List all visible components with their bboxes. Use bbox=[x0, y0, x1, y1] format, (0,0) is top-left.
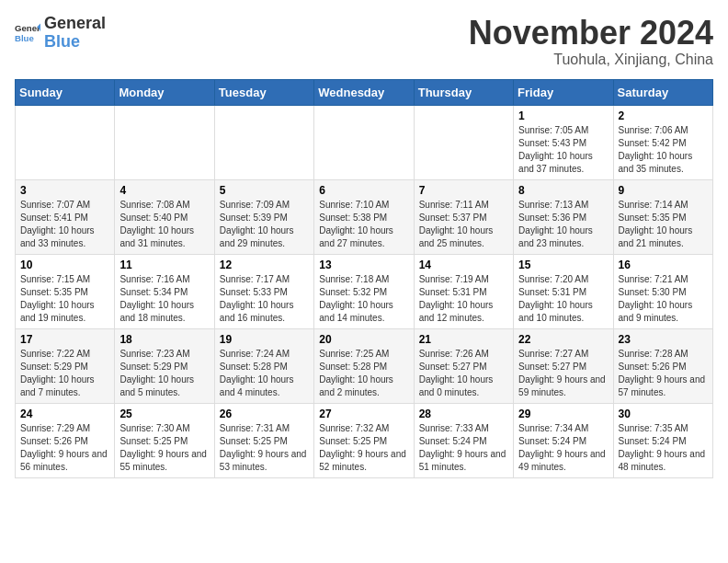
calendar-header-wednesday: Wednesday bbox=[314, 79, 414, 105]
calendar-cell bbox=[414, 105, 513, 179]
calendar-cell: 15Sunrise: 7:20 AM Sunset: 5:31 PM Dayli… bbox=[514, 254, 613, 328]
day-info: Sunrise: 7:13 AM Sunset: 5:36 PM Dayligh… bbox=[518, 199, 608, 250]
calendar-cell: 23Sunrise: 7:28 AM Sunset: 5:26 PM Dayli… bbox=[613, 328, 712, 403]
calendar-cell: 6Sunrise: 7:10 AM Sunset: 5:38 PM Daylig… bbox=[314, 179, 414, 254]
day-info: Sunrise: 7:34 AM Sunset: 5:24 PM Dayligh… bbox=[518, 422, 608, 474]
day-number: 18 bbox=[119, 333, 209, 346]
logo: General Blue General Blue bbox=[15, 15, 106, 52]
day-info: Sunrise: 7:18 AM Sunset: 5:32 PM Dayligh… bbox=[319, 273, 408, 325]
day-number: 15 bbox=[518, 259, 608, 271]
day-info: Sunrise: 7:05 AM Sunset: 5:43 PM Dayligh… bbox=[518, 124, 608, 176]
calendar-cell: 16Sunrise: 7:21 AM Sunset: 5:30 PM Dayli… bbox=[613, 254, 712, 328]
calendar-cell bbox=[115, 105, 214, 179]
day-number: 5 bbox=[220, 184, 309, 197]
day-number: 22 bbox=[518, 333, 608, 346]
day-number: 29 bbox=[518, 408, 608, 420]
calendar-header-row: SundayMondayTuesdayWednesdayThursdayFrid… bbox=[16, 79, 713, 105]
day-number: 12 bbox=[220, 259, 309, 271]
day-info: Sunrise: 7:11 AM Sunset: 5:37 PM Dayligh… bbox=[419, 199, 508, 250]
day-number: 9 bbox=[619, 184, 708, 197]
calendar-cell: 2Sunrise: 7:06 AM Sunset: 5:42 PM Daylig… bbox=[613, 105, 712, 179]
day-number: 16 bbox=[619, 259, 708, 271]
day-info: Sunrise: 7:20 AM Sunset: 5:31 PM Dayligh… bbox=[518, 273, 608, 325]
day-number: 19 bbox=[220, 333, 309, 346]
day-info: Sunrise: 7:07 AM Sunset: 5:41 PM Dayligh… bbox=[20, 199, 109, 250]
calendar-header-saturday: Saturday bbox=[613, 79, 712, 105]
day-info: Sunrise: 7:30 AM Sunset: 5:25 PM Dayligh… bbox=[119, 422, 209, 474]
calendar-cell: 18Sunrise: 7:23 AM Sunset: 5:29 PM Dayli… bbox=[115, 328, 214, 403]
day-info: Sunrise: 7:26 AM Sunset: 5:27 PM Dayligh… bbox=[419, 348, 508, 399]
calendar-header-tuesday: Tuesday bbox=[214, 79, 313, 105]
calendar-cell: 30Sunrise: 7:35 AM Sunset: 5:24 PM Dayli… bbox=[613, 403, 712, 477]
calendar-cell bbox=[314, 105, 414, 179]
day-number: 1 bbox=[518, 109, 608, 122]
calendar-header-monday: Monday bbox=[115, 79, 214, 105]
day-info: Sunrise: 7:14 AM Sunset: 5:35 PM Dayligh… bbox=[619, 199, 708, 250]
day-info: Sunrise: 7:22 AM Sunset: 5:29 PM Dayligh… bbox=[20, 348, 109, 399]
day-number: 11 bbox=[119, 259, 209, 271]
calendar-cell: 8Sunrise: 7:13 AM Sunset: 5:36 PM Daylig… bbox=[514, 179, 613, 254]
day-info: Sunrise: 7:25 AM Sunset: 5:28 PM Dayligh… bbox=[319, 348, 408, 399]
calendar-week-0: 1Sunrise: 7:05 AM Sunset: 5:43 PM Daylig… bbox=[16, 105, 713, 179]
svg-text:Blue: Blue bbox=[15, 33, 34, 43]
day-info: Sunrise: 7:21 AM Sunset: 5:30 PM Dayligh… bbox=[619, 273, 708, 325]
calendar-cell bbox=[16, 105, 115, 179]
day-info: Sunrise: 7:31 AM Sunset: 5:25 PM Dayligh… bbox=[220, 422, 309, 474]
calendar-cell: 29Sunrise: 7:34 AM Sunset: 5:24 PM Dayli… bbox=[514, 403, 613, 477]
page-header: General Blue General Blue November 2024 … bbox=[15, 15, 713, 68]
day-number: 4 bbox=[119, 184, 209, 197]
calendar-cell: 20Sunrise: 7:25 AM Sunset: 5:28 PM Dayli… bbox=[314, 328, 414, 403]
day-number: 24 bbox=[20, 408, 109, 420]
calendar-cell bbox=[214, 105, 313, 179]
day-number: 3 bbox=[20, 184, 109, 197]
day-info: Sunrise: 7:35 AM Sunset: 5:24 PM Dayligh… bbox=[619, 422, 708, 474]
calendar-week-1: 3Sunrise: 7:07 AM Sunset: 5:41 PM Daylig… bbox=[16, 179, 713, 254]
day-number: 30 bbox=[619, 408, 708, 420]
day-info: Sunrise: 7:06 AM Sunset: 5:42 PM Dayligh… bbox=[619, 124, 708, 176]
day-number: 10 bbox=[20, 259, 109, 271]
day-number: 6 bbox=[319, 184, 408, 197]
calendar-cell: 27Sunrise: 7:32 AM Sunset: 5:25 PM Dayli… bbox=[314, 403, 414, 477]
calendar-table: SundayMondayTuesdayWednesdayThursdayFrid… bbox=[15, 79, 713, 478]
day-info: Sunrise: 7:16 AM Sunset: 5:34 PM Dayligh… bbox=[119, 273, 209, 325]
day-info: Sunrise: 7:10 AM Sunset: 5:38 PM Dayligh… bbox=[319, 199, 408, 250]
calendar-cell: 11Sunrise: 7:16 AM Sunset: 5:34 PM Dayli… bbox=[115, 254, 214, 328]
calendar-cell: 12Sunrise: 7:17 AM Sunset: 5:33 PM Dayli… bbox=[214, 254, 313, 328]
month-title: November 2024 bbox=[469, 15, 713, 52]
day-number: 28 bbox=[419, 408, 508, 420]
day-number: 20 bbox=[319, 333, 408, 346]
location: Tuohula, Xinjiang, China bbox=[469, 52, 713, 68]
day-info: Sunrise: 7:17 AM Sunset: 5:33 PM Dayligh… bbox=[220, 273, 309, 325]
day-info: Sunrise: 7:08 AM Sunset: 5:40 PM Dayligh… bbox=[119, 199, 209, 250]
title-block: November 2024 Tuohula, Xinjiang, China bbox=[469, 15, 713, 68]
logo-text: General Blue bbox=[44, 15, 106, 52]
day-number: 2 bbox=[619, 109, 708, 122]
day-number: 23 bbox=[619, 333, 708, 346]
day-number: 21 bbox=[419, 333, 508, 346]
calendar-cell: 17Sunrise: 7:22 AM Sunset: 5:29 PM Dayli… bbox=[16, 328, 115, 403]
day-info: Sunrise: 7:33 AM Sunset: 5:24 PM Dayligh… bbox=[419, 422, 508, 474]
day-info: Sunrise: 7:32 AM Sunset: 5:25 PM Dayligh… bbox=[319, 422, 408, 474]
day-number: 25 bbox=[119, 408, 209, 420]
day-number: 7 bbox=[419, 184, 508, 197]
calendar-header-thursday: Thursday bbox=[414, 79, 513, 105]
day-number: 26 bbox=[220, 408, 309, 420]
calendar-cell: 26Sunrise: 7:31 AM Sunset: 5:25 PM Dayli… bbox=[214, 403, 313, 477]
calendar-week-3: 17Sunrise: 7:22 AM Sunset: 5:29 PM Dayli… bbox=[16, 328, 713, 403]
day-number: 27 bbox=[319, 408, 408, 420]
calendar-week-4: 24Sunrise: 7:29 AM Sunset: 5:26 PM Dayli… bbox=[16, 403, 713, 477]
calendar-cell: 9Sunrise: 7:14 AM Sunset: 5:35 PM Daylig… bbox=[613, 179, 712, 254]
calendar-week-2: 10Sunrise: 7:15 AM Sunset: 5:35 PM Dayli… bbox=[16, 254, 713, 328]
day-info: Sunrise: 7:24 AM Sunset: 5:28 PM Dayligh… bbox=[220, 348, 309, 399]
calendar-cell: 21Sunrise: 7:26 AM Sunset: 5:27 PM Dayli… bbox=[414, 328, 513, 403]
calendar-header-friday: Friday bbox=[514, 79, 613, 105]
calendar-header-sunday: Sunday bbox=[16, 79, 115, 105]
day-info: Sunrise: 7:23 AM Sunset: 5:29 PM Dayligh… bbox=[119, 348, 209, 399]
day-number: 14 bbox=[419, 259, 508, 271]
svg-text:General: General bbox=[15, 23, 40, 33]
calendar-cell: 3Sunrise: 7:07 AM Sunset: 5:41 PM Daylig… bbox=[16, 179, 115, 254]
calendar-cell: 10Sunrise: 7:15 AM Sunset: 5:35 PM Dayli… bbox=[16, 254, 115, 328]
calendar-cell: 1Sunrise: 7:05 AM Sunset: 5:43 PM Daylig… bbox=[514, 105, 613, 179]
calendar-cell: 24Sunrise: 7:29 AM Sunset: 5:26 PM Dayli… bbox=[16, 403, 115, 477]
calendar-cell: 22Sunrise: 7:27 AM Sunset: 5:27 PM Dayli… bbox=[514, 328, 613, 403]
